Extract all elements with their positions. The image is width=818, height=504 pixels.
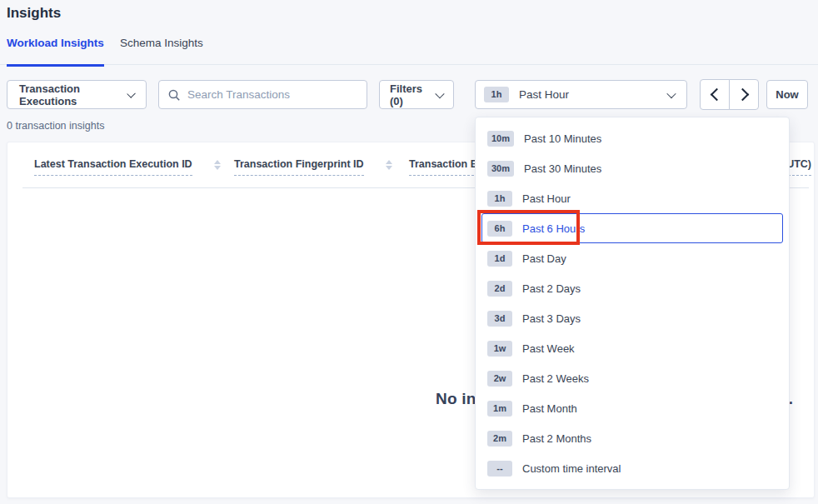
time-interval-badge: 1h bbox=[484, 87, 509, 102]
chevron-right-icon bbox=[736, 88, 749, 102]
time-option-badge: 2d bbox=[487, 281, 512, 297]
tab-workload-insights[interactable]: Workload Insights bbox=[7, 37, 104, 65]
time-interval-dropdown-menu: 10m Past 10 Minutes 30m Past 30 Minutes … bbox=[475, 117, 790, 490]
time-option-past-10-minutes[interactable]: 10m Past 10 Minutes bbox=[481, 123, 783, 153]
insights-count: 0 transaction insights bbox=[7, 120, 104, 132]
sort-icon[interactable] bbox=[214, 160, 221, 170]
time-option-custom-interval[interactable]: -- Custom time interval bbox=[481, 453, 783, 483]
next-interval-button[interactable] bbox=[729, 79, 759, 110]
time-option-past-day[interactable]: 1d Past Day bbox=[481, 243, 783, 273]
filters-label: Filters (0) bbox=[390, 82, 436, 107]
time-option-past-2-months[interactable]: 2m Past 2 Months bbox=[481, 423, 783, 453]
time-option-badge: 2m bbox=[487, 431, 512, 447]
column-header-txn-fingerprint-id[interactable]: Transaction Fingerprint ID bbox=[234, 158, 392, 176]
now-button-label: Now bbox=[776, 88, 798, 101]
tab-schema-insights[interactable]: Schema Insights bbox=[120, 37, 203, 65]
page-title: Insights bbox=[7, 5, 61, 22]
time-option-past-week[interactable]: 1w Past Week bbox=[481, 333, 783, 363]
time-interval-label: Past Hour bbox=[519, 88, 569, 101]
time-option-badge: 30m bbox=[487, 161, 514, 177]
time-interval-dropdown-trigger[interactable]: 1h Past Hour bbox=[475, 80, 687, 109]
time-option-badge: 2w bbox=[487, 371, 512, 387]
time-option-past-3-days[interactable]: 3d Past 3 Days bbox=[481, 303, 783, 333]
search-input[interactable] bbox=[187, 88, 358, 101]
time-pager bbox=[700, 79, 759, 110]
column-header-latest-txn-execution-id[interactable]: Latest Transaction Execution ID bbox=[34, 158, 221, 176]
search-box[interactable] bbox=[158, 80, 367, 109]
time-option-badge: 1d bbox=[487, 251, 512, 267]
time-option-badge: 1m bbox=[487, 401, 512, 417]
time-option-past-2-days[interactable]: 2d Past 2 Days bbox=[481, 273, 783, 303]
tab-workload-label: Workload Insights bbox=[7, 37, 104, 49]
tab-bar: Workload Insights Schema Insights bbox=[0, 37, 818, 65]
time-option-past-hour[interactable]: 1h Past Hour bbox=[481, 183, 783, 213]
search-icon bbox=[167, 88, 181, 102]
time-option-past-6-hours[interactable]: 6h Past 6 Hours bbox=[481, 213, 783, 243]
time-option-badge: 1h bbox=[487, 191, 512, 207]
now-button[interactable]: Now bbox=[766, 80, 808, 109]
view-selector-label: Transaction Executions bbox=[19, 82, 128, 107]
time-option-past-2-weeks[interactable]: 2w Past 2 Weeks bbox=[481, 363, 783, 393]
time-option-past-30-minutes[interactable]: 30m Past 30 Minutes bbox=[481, 153, 783, 183]
time-option-badge: 10m bbox=[487, 131, 514, 147]
previous-interval-button[interactable] bbox=[700, 79, 730, 110]
time-option-past-month[interactable]: 1m Past Month bbox=[481, 393, 783, 423]
filters-dropdown[interactable]: Filters (0) bbox=[379, 80, 454, 109]
time-option-badge: 1w bbox=[487, 341, 512, 357]
chevron-down-icon bbox=[666, 88, 676, 97]
time-option-badge: 3d bbox=[487, 311, 512, 327]
chevron-left-icon bbox=[710, 88, 723, 102]
time-option-badge: 6h bbox=[487, 221, 512, 237]
view-selector-dropdown[interactable]: Transaction Executions bbox=[7, 80, 147, 109]
tab-schema-label: Schema Insights bbox=[120, 37, 203, 49]
sort-icon[interactable] bbox=[386, 160, 392, 170]
time-option-badge: -- bbox=[487, 461, 512, 477]
